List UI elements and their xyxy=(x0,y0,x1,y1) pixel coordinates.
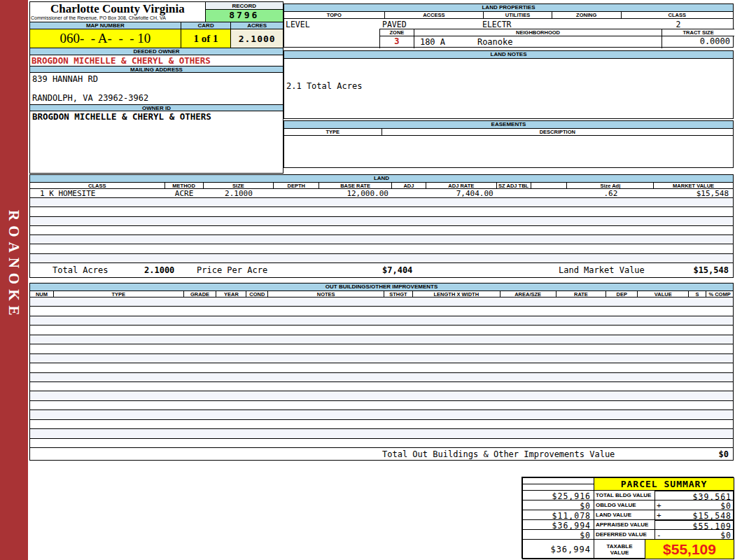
price-per-acre-label: Price Per Acre xyxy=(197,265,267,275)
land-properties-headers: TOPO ACCESS UTILITIES ZONING CLASS xyxy=(284,12,733,19)
col-header: % COMP xyxy=(706,291,733,297)
access-value: PAVED xyxy=(382,20,407,29)
acres-label: ACRES xyxy=(230,22,283,29)
neighborhood-label: NEIGHBORHOOD xyxy=(414,29,662,36)
land-section: LAND CLASS METHOD SIZE DEPTH BASE RATE A… xyxy=(29,174,734,278)
col-header: NOTES xyxy=(268,291,384,297)
total-acres-value: 2.1000 xyxy=(144,265,174,275)
neighborhood-name: Roanoke xyxy=(477,37,513,47)
neighborhood-sidebar: ROANOKE xyxy=(0,0,28,560)
obldg-value: $0 xyxy=(655,500,734,510)
zone-label: ZONE xyxy=(380,29,414,36)
sidebar-vertical-label: ROANOKE xyxy=(5,210,22,321)
map-number-label: MAP NUMBER xyxy=(30,22,181,29)
empty-table-row xyxy=(30,401,733,410)
land-notes-body: 2.1 Total Acres xyxy=(284,59,733,119)
col-header: SZ ADJ TBL xyxy=(497,183,531,188)
cell-sz-adj-tbl xyxy=(497,189,531,197)
land-value: $15,548 xyxy=(655,510,734,520)
land-properties-title: LAND PROPERTIES xyxy=(284,4,733,12)
mailing-address-box: 839 HANNAH RD RANDOLPH, VA 23962-3962 xyxy=(30,73,283,104)
col-header: DEPTH xyxy=(274,183,319,188)
easements-title: EASEMENTS xyxy=(284,121,733,129)
owner-id-value: BROGDON MICHELLE & CHERYL & OTHERS xyxy=(30,111,283,122)
class-value: 2 xyxy=(622,20,734,29)
card-label: CARD xyxy=(181,22,231,29)
land-notes-title: LAND NOTES xyxy=(284,51,733,59)
land-note-text: 2.1 Total Acres xyxy=(286,81,362,91)
easement-description-label: DESCRIPTION xyxy=(382,129,733,135)
price-per-acre-value: $7,404 xyxy=(382,265,412,275)
tract-size-value: 0.0000 xyxy=(662,36,734,48)
land-notes-block: LAND NOTES 2.1 Total Acres xyxy=(284,50,734,119)
land-title: LAND xyxy=(30,175,733,183)
empty-table-row xyxy=(30,307,733,316)
empty-table-row xyxy=(30,235,733,244)
cell-market-value: $15,548 xyxy=(654,189,733,197)
col-header: NUM xyxy=(30,291,54,297)
address-line2: RANDOLPH, VA 23962-3962 xyxy=(30,84,283,103)
obldg-value-label: OBLDG VALUE xyxy=(594,500,655,510)
empty-table-row xyxy=(30,354,733,363)
commissioner-line: Commissioner of the Revenue, PO Box 308,… xyxy=(30,15,205,21)
col-header: RATE xyxy=(556,291,607,297)
col-header: Size Adj xyxy=(567,183,654,188)
col-header: ADJ RATE xyxy=(426,183,497,188)
empty-table-row xyxy=(30,254,733,263)
address-line1: 839 HANNAH RD xyxy=(30,73,283,84)
empty-table-row xyxy=(30,217,733,226)
col-header: ADJ xyxy=(392,183,426,188)
col-header: ACCESS xyxy=(385,12,484,18)
cell-size-adj: .62 xyxy=(567,189,654,197)
empty-table-row xyxy=(30,420,733,429)
deeded-owner-label: DEEDED OWNER xyxy=(30,48,283,55)
col-header: SIZE xyxy=(204,183,274,188)
topo-value: LEVEL xyxy=(286,20,310,29)
empty-table-row xyxy=(30,316,733,326)
mailing-address-label: MAILING ADDRESS xyxy=(30,66,283,73)
land-market-value-label: Land Market Value xyxy=(559,265,645,275)
empty-table-row xyxy=(30,198,733,207)
easements-headers: TYPE DESCRIPTION xyxy=(284,129,733,136)
map-card-acres-values: 060- - A- - - 10 1 of 1 2.1000 xyxy=(30,29,283,48)
county-title: Charlotte County Virginia xyxy=(30,2,205,15)
empty-table-row xyxy=(30,410,733,419)
empty-table-row xyxy=(30,439,733,448)
land-value-label: LAND VALUE xyxy=(594,510,655,520)
col-header: S xyxy=(689,291,706,297)
out-buildings-headers: NUM TYPE GRADE YEAR COND NOTES STHGT LEN… xyxy=(30,291,733,298)
cell-adj-rate: 7,404.00 xyxy=(426,189,497,197)
county-title-box: Charlotte County Virginia Commissioner o… xyxy=(30,2,205,22)
land-value-cell: + $15,548 xyxy=(654,510,734,520)
prior-land-value: $11,078 xyxy=(522,510,594,520)
out-buildings-section: OUT BUILDINGS/OTHER IMPROVEMENTS NUM TYP… xyxy=(29,283,734,461)
cell-blank xyxy=(531,189,568,197)
deferred-value-label: DEFERRED VALUE xyxy=(594,529,655,540)
appraised-value-label: APPRAISED VALUE xyxy=(594,519,655,530)
tract-size-label: TRACT SIZE xyxy=(662,29,734,36)
land-totals-row: Total Acres 2.1000 Price Per Acre $7,404… xyxy=(30,263,733,277)
obldg-value-cell: + $0 xyxy=(654,500,734,510)
total-bldg-value-cell: $39,561 xyxy=(654,490,734,500)
prior-deferred-value: $0 xyxy=(522,529,594,540)
card-content: Charlotte County Virginia Commissioner o… xyxy=(28,0,735,560)
land-data-row: 1 K HOMESITE ACRE 2.1000 12,000.00 7,404… xyxy=(30,189,733,198)
land-empty-rows xyxy=(30,198,733,263)
col-header: ZONING xyxy=(552,12,622,18)
col-header: DEP xyxy=(606,291,638,297)
prior-appraised-value: $36,994 xyxy=(522,519,594,530)
acres-value: 2.1000 xyxy=(230,29,283,48)
zone-value: 3 xyxy=(380,36,414,48)
cell-depth xyxy=(274,189,319,197)
taxable-value: $55,109 xyxy=(645,539,734,559)
deeded-owner-value: BROGDON MICHELLE & CHERYL & OTHERS xyxy=(30,55,283,66)
deferred-value-cell: - $0 xyxy=(654,529,734,540)
out-buildings-total-value: $0 xyxy=(719,449,729,459)
out-buildings-empty-rows xyxy=(30,298,733,448)
out-buildings-total-row: Total Out Buildings & Other Improvements… xyxy=(30,448,733,460)
empty-table-row xyxy=(30,244,733,253)
col-header: MARKET VALUE xyxy=(654,183,733,188)
cell-class: 1 K HOMESITE xyxy=(30,189,165,197)
parcel-summary-title: PARCEL SUMMARY xyxy=(594,477,734,491)
empty-table-row xyxy=(30,373,733,382)
